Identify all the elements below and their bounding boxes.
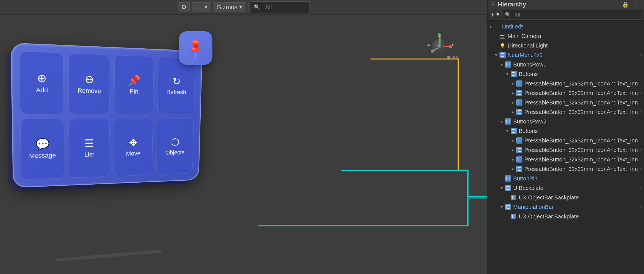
hierarchy-content[interactable]: ▼ Untitled* › 📷 Main Camera 💡 Directiona… [488, 21, 644, 274]
cube-icon-5 [510, 70, 517, 78]
arrow-5[interactable]: ▼ [505, 72, 510, 76]
svg-point-2 [431, 49, 434, 53]
svg-point-7 [437, 44, 443, 49]
objects-label: Objects [165, 149, 184, 156]
tree-label-ui-backplate: UIBackplate [513, 185, 640, 191]
scene-search-input[interactable] [262, 3, 306, 12]
message-label: Message [29, 152, 56, 160]
arrow-12[interactable]: ► [510, 138, 516, 143]
tree-item-pressable6[interactable]: ► PressableButton_32x32mm_IconAndText_In… [488, 145, 644, 155]
tree-item-untitled[interactable]: ▼ Untitled* › [488, 22, 644, 31]
arrow-4[interactable]: ▼ [499, 62, 505, 67]
tree-label-ux-objectbar2: UX.ObjectBar.Backplate [519, 213, 642, 220]
tools-button[interactable]: ⚙ [178, 2, 190, 12]
right-chevron-8: › [640, 100, 642, 106]
tree-item-buttons-row1[interactable]: ▼ ButtonsRow1 [488, 60, 644, 69]
tree-item-buttons-row2[interactable]: ▼ ButtonsRow2 [488, 117, 644, 126]
tree-item-pressable3[interactable]: ► PressableButton_32x32mm_IconAndText_In… [488, 98, 644, 107]
tree-item-buttons1[interactable]: ▼ Buttons [488, 69, 644, 79]
tree-label-buttons-row2: ButtonsRow2 [513, 118, 642, 125]
menu-button-pin[interactable]: 📌 Pin [114, 55, 154, 114]
cube-icon-18 [510, 194, 517, 201]
tree-item-button-pin[interactable]: ButtonPin › [488, 174, 644, 183]
hierarchy-add-button[interactable]: + ▼ [491, 10, 500, 19]
menu-panel: ⊕ Add ⊖ Remove 📌 Pin ↻ Refresh 💬 Message… [11, 42, 203, 188]
remove-label: Remove [77, 87, 101, 95]
pin-icon: 📌 [128, 75, 141, 86]
arrow-3[interactable]: ▼ [493, 53, 499, 57]
tree-label-buttons1: Buttons [519, 71, 642, 77]
tree-item-ux-objectbar1[interactable]: UX.ObjectBar.Backplate [488, 193, 644, 202]
scene-view: ⚙ 🎥 ▼ Gizmos ▼ 🔍 ⊕ Add ⊖ Remove 📌 Pin [0, 0, 487, 274]
tree-label-untitled: Untitled* [502, 23, 640, 30]
tree-item-ux-objectbar2[interactable]: UX.ObjectBar.Backplate [488, 212, 644, 221]
tree-item-main-camera[interactable]: 📷 Main Camera [488, 31, 644, 41]
right-chevron-3: › [640, 52, 642, 58]
menu-button-refresh[interactable]: ↻ Refresh [157, 57, 195, 115]
arrow-15[interactable]: ► [510, 167, 516, 171]
icon-0 [493, 23, 501, 30]
cube-icon-6 [516, 80, 523, 87]
camera-button[interactable]: 🎥 ▼ [192, 2, 211, 12]
message-icon: 💬 [35, 139, 50, 150]
right-chevron-6: › [640, 81, 642, 87]
gizmos-button[interactable]: Gizmos ▼ [214, 2, 246, 12]
tree-item-buttons2[interactable]: ▼ Buttons [488, 126, 644, 136]
tree-item-pressable8[interactable]: ► PressableButton_32x32mm_IconAndText_In… [488, 164, 644, 174]
tree-label-pressable5: PressableButton_32x32mm_IconAndText_Inn [524, 137, 640, 144]
arrow-11[interactable]: ▼ [505, 129, 510, 133]
pin-float-button[interactable]: 📌 [179, 31, 212, 65]
hierarchy-title: Hierarchy [498, 1, 526, 8]
svg-point-4 [449, 45, 452, 48]
tree-item-ui-backplate[interactable]: ▼ UIBackplate › [488, 183, 644, 193]
cube-icon-9 [516, 108, 523, 116]
hierarchy-more-button[interactable]: ⋮ [631, 0, 641, 9]
menu-button-move[interactable]: ✥ Move [113, 119, 153, 177]
hierarchy-search-input[interactable] [512, 11, 639, 19]
menu-button-objects[interactable]: ⬡ Objects [156, 119, 194, 175]
tree-label-main-camera: Main Camera [508, 33, 642, 39]
arrow-19[interactable]: ▼ [499, 205, 505, 209]
arrow-14[interactable]: ► [510, 157, 516, 162]
arrow-13[interactable]: ► [510, 148, 516, 152]
arrow-6[interactable]: ► [510, 81, 516, 86]
svg-marker-6 [439, 33, 441, 36]
menu-button-list[interactable]: ☰ List [68, 119, 110, 178]
tree-label-pressable4: PressableButton_32x32mm_IconAndText_Inn [524, 109, 640, 115]
menu-button-add[interactable]: ⊕ Add [19, 51, 64, 114]
gizmo-widget[interactable]: y z x [426, 31, 454, 59]
arrow-10[interactable]: ▼ [499, 119, 505, 124]
arrow-8[interactable]: ► [510, 100, 516, 105]
search-icon: 🔍 [254, 4, 260, 10]
tree-item-pressable5[interactable]: ► PressableButton_32x32mm_IconAndText_In… [488, 136, 644, 145]
right-chevron-16: › [640, 176, 642, 182]
lock-icon[interactable]: 🔒 [622, 1, 629, 8]
tree-item-pressable2[interactable]: ► PressableButton_32x32mm_IconAndText_In… [488, 88, 644, 98]
cube-icon-12 [516, 137, 523, 144]
cube-icon-17 [505, 184, 512, 192]
tree-item-pressable4[interactable]: ► PressableButton_32x32mm_IconAndText_In… [488, 107, 644, 117]
arrow-9[interactable]: ► [510, 110, 516, 114]
arrow-17[interactable]: ▼ [499, 186, 505, 190]
right-chevron-15: › [640, 166, 642, 172]
gizmo-iso-label: ≡ Iso [447, 55, 458, 61]
arrow-7[interactable]: ► [510, 91, 516, 95]
tree-item-pressable7[interactable]: ► PressableButton_32x32mm_IconAndText_In… [488, 155, 644, 164]
hierarchy-expand-icon[interactable]: ☰ [491, 1, 496, 8]
tree-label-pressable7: PressableButton_32x32mm_IconAndText_Inn [524, 156, 640, 163]
list-label: List [84, 151, 94, 158]
toolbar: ⚙ 🎥 ▼ Gizmos ▼ 🔍 [0, 0, 487, 15]
arrow-0[interactable]: ▼ [488, 24, 493, 29]
right-chevron-14: › [640, 157, 642, 163]
tree-item-manipulation-bar[interactable]: ▼ ManipulationBar › [488, 202, 644, 212]
menu-button-remove[interactable]: ⊖ Remove [68, 53, 110, 114]
tree-item-near-menu4x2[interactable]: ▼ NearMenu4x2 › [488, 50, 644, 60]
camera-icon-1: 📷 [499, 32, 506, 40]
menu-button-message[interactable]: 💬 Message [20, 119, 64, 180]
tree-item-pressable1[interactable]: ► PressableButton_32x32mm_IconAndText_In… [488, 79, 644, 88]
list-icon: ☰ [84, 138, 94, 149]
cube-icon-13 [516, 146, 523, 154]
tree-item-directional-light[interactable]: 💡 Directional Light [488, 41, 644, 50]
pin-icon: 📌 [184, 37, 207, 59]
near-menu-3d: ⊕ Add ⊖ Remove 📌 Pin ↻ Refresh 💬 Message… [17, 40, 207, 185]
